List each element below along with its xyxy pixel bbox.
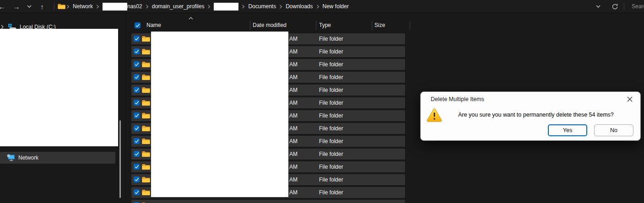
file-type: File folder [319, 164, 343, 170]
sidebar-item-label: Network [18, 155, 38, 161]
row-checkbox[interactable] [134, 176, 140, 182]
sidebar-item-network[interactable]: Network [0, 152, 115, 164]
navigation-toolbar: ← → ↑ Network nas02 domain_user_pr [0, 0, 644, 13]
forward-button[interactable]: → [11, 0, 22, 13]
file-date-modified: AM [289, 138, 298, 144]
folder-icon [142, 36, 150, 43]
file-date-modified: AM [289, 164, 298, 170]
up-arrow-icon: ↑ [40, 3, 44, 11]
row-checkbox[interactable] [134, 74, 140, 80]
row-checkbox[interactable] [134, 189, 140, 195]
chevron-right-icon [316, 5, 319, 9]
dialog-close-button[interactable] [625, 95, 635, 104]
folder-icon [142, 112, 150, 120]
chevron-right-icon [66, 5, 70, 9]
dialog-message: Are you sure you want to permanently del… [458, 112, 614, 118]
row-checkbox[interactable] [134, 100, 140, 106]
row-checkbox[interactable] [134, 48, 140, 54]
row-checkbox[interactable] [134, 87, 140, 93]
redaction-block-sidebar [0, 29, 118, 146]
row-checkbox[interactable] [134, 138, 140, 144]
column-header-type[interactable]: Type [319, 22, 331, 28]
file-date-modified: AM [289, 151, 298, 157]
sort-ascending-icon [189, 17, 193, 20]
row-checkbox[interactable] [134, 112, 140, 118]
search-input[interactable]: Searc [628, 0, 644, 13]
chevron-down-icon [27, 5, 32, 8]
folder-icon [142, 189, 150, 197]
file-type: File folder [319, 176, 343, 183]
column-header-name[interactable]: Name [146, 22, 161, 28]
refresh-button[interactable] [609, 0, 621, 13]
file-type: File folder [319, 125, 343, 132]
network-icon [7, 154, 15, 161]
toolbar-divider [624, 3, 624, 10]
chevron-right-icon [279, 5, 282, 9]
breadcrumb-label: Downloads [286, 3, 313, 10]
row-checkbox[interactable] [134, 125, 140, 131]
address-bar-dropdown-button[interactable] [592, 0, 604, 13]
refresh-icon [612, 3, 618, 10]
folder-icon [142, 125, 150, 133]
redacted-text [103, 3, 127, 11]
column-divider[interactable] [316, 21, 316, 30]
column-divider[interactable] [410, 21, 410, 30]
breadcrumb-label: nas02 [127, 3, 142, 10]
column-divider[interactable] [372, 21, 372, 30]
breadcrumb-item[interactable]: New folder [320, 2, 351, 11]
search-placeholder: Searc [632, 3, 644, 10]
checkmark-icon [135, 139, 139, 143]
file-type: File folder [319, 189, 343, 196]
file-date-modified: AM [289, 87, 298, 93]
breadcrumb-separator [279, 5, 282, 9]
breadcrumb-item[interactable]: domain_user_profiles [150, 2, 207, 11]
breadcrumb-separator [96, 5, 99, 9]
breadcrumb-item[interactable]: Network [70, 2, 95, 11]
file-date-modified: AM [289, 36, 298, 42]
folder-icon [142, 176, 150, 184]
no-button[interactable]: No [594, 124, 633, 136]
chevron-right-icon [242, 5, 245, 9]
column-divider[interactable] [250, 21, 250, 30]
file-type: File folder [319, 61, 343, 68]
file-row[interactable] [131, 200, 405, 203]
breadcrumb-item[interactable] [211, 1, 241, 12]
file-explorer-window: ← → ↑ Network nas02 domain_user_pr [0, 0, 644, 203]
checkmark-icon [135, 37, 139, 41]
dialog-title: Delete Multiple Items [431, 96, 484, 102]
row-checkbox[interactable] [134, 164, 140, 170]
yes-button[interactable]: Yes [548, 124, 587, 136]
folder-icon [142, 87, 150, 95]
file-date-modified: AM [289, 100, 298, 106]
back-button[interactable]: ← [0, 0, 7, 13]
sidebar-scrollbar[interactable] [119, 120, 121, 198]
chevron-right-icon [146, 5, 149, 9]
select-all-checkbox[interactable] [135, 22, 141, 28]
checkmark-icon [135, 177, 139, 182]
file-type: File folder [319, 74, 343, 80]
checkmark-icon [135, 113, 139, 118]
row-checkbox[interactable] [134, 61, 140, 67]
breadcrumb-item[interactable]: nas02 [100, 1, 145, 12]
checkmark-icon [135, 88, 139, 92]
row-checkbox[interactable] [134, 151, 140, 157]
folder-icon [142, 74, 150, 82]
breadcrumb-label: Documents [248, 3, 276, 10]
checkmark-icon [135, 126, 139, 130]
warning-triangle-icon [426, 107, 443, 124]
recent-locations-button[interactable] [24, 0, 35, 13]
breadcrumb-separator [316, 5, 319, 9]
column-header-date-modified[interactable]: Date modified [253, 22, 287, 28]
breadcrumb-item[interactable]: Documents [246, 2, 278, 11]
breadcrumb-separator [207, 5, 211, 9]
up-button[interactable]: ↑ [37, 0, 48, 13]
column-header-size[interactable]: Size [374, 22, 385, 28]
file-type: File folder [319, 48, 343, 55]
chevron-down-icon [596, 5, 601, 8]
breadcrumb-item[interactable]: Downloads [283, 2, 315, 11]
row-checkbox[interactable] [134, 36, 140, 42]
breadcrumb-separator [242, 5, 245, 9]
checkmark-icon [135, 75, 139, 79]
breadcrumb: Network nas02 domain_user_profiles Docum… [57, 0, 351, 13]
checkmark-icon [135, 62, 139, 66]
